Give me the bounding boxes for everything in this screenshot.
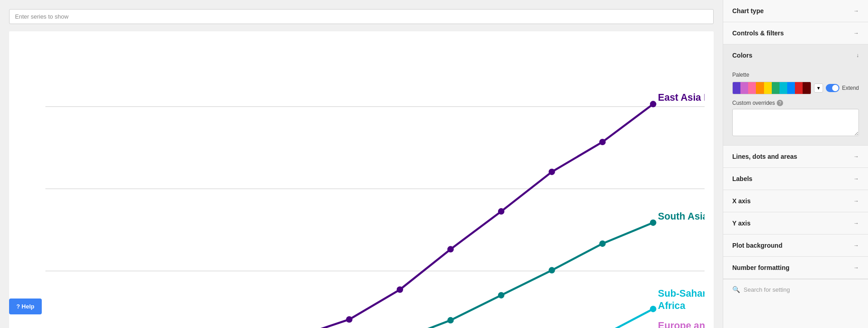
svg-point-47 [548,267,555,274]
svg-text:East Asia Pacific: East Asia Pacific [658,92,705,103]
plot-background-section: Plot background → [723,235,868,257]
lines-dots-areas-arrow: → [853,153,859,160]
extend-toggle: Extend [826,84,859,92]
svg-point-30 [397,286,403,293]
chart-type-label: Chart type [732,7,764,15]
help-button[interactable]: ? Help [9,299,42,314]
number-formatting-header[interactable]: Number formatting → [723,257,868,279]
y-axis-header[interactable]: Y axis → [723,212,868,234]
right-panel: Chart type → Controls & filters → Colors… [723,0,868,328]
extend-toggle-switch[interactable] [826,84,839,92]
y-axis-arrow: → [853,220,859,226]
svg-text:Europe and: Europe and [658,320,705,328]
extend-label: Extend [842,85,859,91]
x-axis-arrow: → [853,198,859,204]
chart-container: 0 500,000,000 1,000,000,000 1,500,000,00… [9,31,714,328]
svg-point-49 [650,220,656,226]
colors-arrow: ↓ [856,52,859,59]
plot-background-arrow: → [853,242,859,249]
labels-label: Labels [732,175,752,182]
main-area: Enter series to show 0 500,000,000 1,000… [0,0,723,328]
x-axis-label: X axis [732,197,750,205]
labels-header[interactable]: Labels → [723,168,868,190]
colors-content: Palette ▾ [723,66,868,145]
chart-svg: 0 500,000,000 1,000,000,000 1,500,000,00… [45,40,705,328]
svg-text:Africa: Africa [658,300,685,311]
number-formatting-section: Number formatting → [723,257,868,279]
toggle-knob [832,85,838,91]
question-icon: ? [777,100,783,106]
palette-color-8[interactable] [787,82,795,94]
colors-header[interactable]: Colors ↓ [723,44,868,66]
svg-point-45 [447,317,454,323]
lines-dots-areas-header[interactable]: Lines, dots and areas → [723,146,868,167]
plot-background-header[interactable]: Plot background → [723,235,868,256]
x-axis-header[interactable]: X axis → [723,190,868,212]
palette-color-4[interactable] [756,82,764,94]
custom-overrides-textarea[interactable] [732,109,859,136]
series-input[interactable]: Enter series to show [9,9,714,24]
palette-colors[interactable] [732,82,811,94]
x-axis-section: X axis → [723,190,868,212]
colors-section: Colors ↓ Palette ▾ [723,44,868,146]
labels-section: Labels → [723,168,868,190]
lines-dots-areas-label: Lines, dots and areas [732,153,797,160]
number-formatting-arrow: → [853,264,859,271]
chart-type-header[interactable]: Chart type → [723,0,868,22]
palette-color-3[interactable] [748,82,756,94]
search-text: Search for setting [744,286,790,293]
y-axis-label: Y axis [732,220,750,227]
svg-point-31 [447,246,454,252]
svg-point-63 [650,306,656,312]
svg-point-29 [346,316,352,323]
y-axis-section: Y axis → [723,212,868,235]
chart-type-section: Chart type → [723,0,868,22]
svg-point-46 [498,292,504,299]
lines-dots-areas-section: Lines, dots and areas → [723,146,868,168]
number-formatting-label: Number formatting [732,264,789,271]
svg-point-48 [599,240,606,247]
colors-label: Colors [732,52,752,59]
labels-arrow: → [853,176,859,182]
palette-row: ▾ Extend [732,82,859,94]
controls-filters-section: Controls & filters → [723,22,868,44]
plot-background-label: Plot background [732,242,782,249]
controls-filters-header[interactable]: Controls & filters → [723,22,868,44]
palette-color-2[interactable] [740,82,748,94]
svg-point-33 [548,169,555,175]
palette-color-9[interactable] [795,82,803,94]
controls-filters-arrow: → [853,30,859,36]
palette-color-6[interactable] [772,82,779,94]
svg-point-32 [498,208,504,215]
svg-text:South Asia: South Asia [658,211,705,222]
svg-text:Sub-Saharan: Sub-Saharan [658,288,705,299]
palette-label: Palette [732,72,859,78]
custom-overrides-label: Custom overrides ? [732,100,859,106]
search-icon: 🔍 [732,286,740,293]
svg-point-34 [599,139,606,145]
search-row[interactable]: 🔍 Search for setting [723,279,868,299]
controls-filters-label: Controls & filters [732,29,784,37]
palette-color-1[interactable] [733,82,740,94]
palette-color-10[interactable] [803,82,810,94]
svg-point-35 [650,101,656,107]
palette-color-5[interactable] [764,82,772,94]
palette-dropdown[interactable]: ▾ [814,83,823,93]
chart-type-arrow: → [853,8,859,14]
palette-color-7[interactable] [779,82,787,94]
